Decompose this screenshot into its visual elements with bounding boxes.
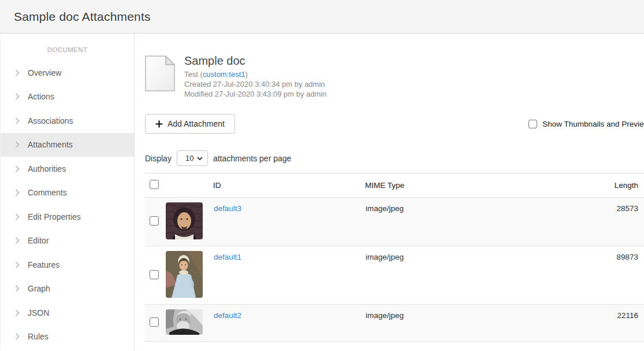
sidebar-item-overview[interactable]: Overview <box>1 61 134 85</box>
sidebar-item-actions[interactable]: Actions <box>1 85 134 109</box>
sidebar-item-authorities[interactable]: Authorities <box>1 157 134 181</box>
sidebar-item-features[interactable]: Features <box>1 253 134 277</box>
chevron-down-icon <box>197 157 203 160</box>
attachment-thumbnail[interactable] <box>166 309 203 335</box>
thumbnail-column-header <box>166 173 213 198</box>
chevron-right-icon <box>15 261 20 268</box>
layout: DOCUMENT Overview Actions Associations A… <box>0 34 644 350</box>
attachment-id-link[interactable]: default2 <box>214 311 241 320</box>
sidebar-item-label: Authorities <box>28 164 66 173</box>
sidebar-item-label: Rules <box>28 332 49 341</box>
document-modified-line: Modified 27-Jul-2020 3:43:09 pm by admin <box>184 89 326 99</box>
hemingway-portrait-image <box>166 309 203 335</box>
select-all-checkbox[interactable] <box>150 180 159 189</box>
mime-type-value: image/jpeg <box>365 246 569 305</box>
sidebar-item-associations[interactable]: Associations <box>1 109 134 133</box>
sidebar-item-label: Features <box>28 260 59 269</box>
mime-type-value: image/jpeg <box>365 198 569 246</box>
page-header: Sample doc Attachments <box>0 0 644 34</box>
chevron-right-icon <box>15 165 20 172</box>
id-column-header: ID <box>213 173 365 198</box>
page-title: Sample doc Attachments <box>14 10 151 24</box>
mime-type-value: image/jpeg <box>365 305 569 342</box>
document-type-line: Test (custom:test1) <box>184 69 326 79</box>
sidebar-item-attachments[interactable]: Attachments <box>1 133 134 157</box>
sidebar-item-label: Edit Properties <box>28 212 81 221</box>
chevron-right-icon <box>15 69 20 76</box>
page-size-select[interactable]: 10 <box>177 150 208 166</box>
page-size-bar: Display 10 attachments per page <box>145 150 644 166</box>
chevron-right-icon <box>15 333 20 340</box>
length-column-header: Length <box>569 173 644 198</box>
document-meta: Sample doc Test (custom:test1) Created 2… <box>184 54 326 99</box>
chevron-right-icon <box>15 285 20 292</box>
mime-type-column-header: MIME Type <box>365 173 569 198</box>
show-thumbnails-toggle[interactable]: Show Thumbnails and Previews <box>528 120 644 128</box>
sidebar-item-label: JSON <box>28 308 49 317</box>
plus-icon <box>155 120 163 128</box>
document-page-icon <box>145 56 175 91</box>
attachments-table-body: default3 image/jpeg 28573 default1 image… <box>145 198 644 342</box>
document-type-link[interactable]: custom:test1 <box>203 70 245 79</box>
sidebar-item-rules[interactable]: Rules <box>1 325 134 349</box>
length-value: 28573 <box>569 198 644 246</box>
table-row: default2 image/jpeg 22116 <box>145 305 644 342</box>
sidebar-item-label: Editor <box>28 236 49 245</box>
sidebar-item-label: Graph <box>28 284 50 293</box>
attachments-table: ID MIME Type Length default3 image/ <box>145 173 644 342</box>
sidebar-item-label: Associations <box>28 116 73 125</box>
table-row: default3 image/jpeg 28573 <box>145 198 644 246</box>
attachments-toolbar: Add Attachment Show Thumbnails and Previ… <box>145 114 644 134</box>
document-created-line: Created 27-Jul-2020 3:40:34 pm by admin <box>184 79 326 89</box>
chevron-right-icon <box>15 93 20 100</box>
document-type-suffix: ) <box>245 70 248 79</box>
sidebar-item-edit-properties[interactable]: Edit Properties <box>1 205 134 229</box>
sidebar-item-label: Attachments <box>28 140 73 149</box>
page-size-suffix-label: attachments per page <box>213 154 291 163</box>
table-header-row: ID MIME Type Length <box>145 173 644 198</box>
sidebar-item-comments[interactable]: Comments <box>1 181 134 205</box>
sidebar-item-label: Overview <box>28 68 61 77</box>
show-thumbnails-label: Show Thumbnails and Previews <box>542 120 644 128</box>
main-content: Sample doc Test (custom:test1) Created 2… <box>135 34 644 350</box>
length-value: 89873 <box>569 246 644 305</box>
sidebar-section-label: DOCUMENT <box>1 46 134 53</box>
page-size-value: 10 <box>185 154 193 162</box>
document-title: Sample doc <box>184 54 326 68</box>
row-checkbox[interactable] <box>150 270 159 279</box>
sidebar-item-label: Comments <box>28 188 67 197</box>
chevron-right-icon <box>15 189 20 196</box>
austen-portrait-image <box>166 251 203 298</box>
attachment-id-link[interactable]: default1 <box>214 253 241 261</box>
chevron-right-icon <box>15 117 20 124</box>
document-type-prefix: Test ( <box>184 70 203 79</box>
shakespeare-portrait-image <box>166 202 203 239</box>
chevron-right-icon <box>15 237 20 244</box>
row-checkbox[interactable] <box>150 317 159 327</box>
page-size-prefix-label: Display <box>145 154 172 163</box>
attachment-thumbnail[interactable] <box>166 251 203 298</box>
sidebar-item-label: Actions <box>28 92 54 101</box>
attachment-id-link[interactable]: default3 <box>214 204 241 213</box>
chevron-right-icon <box>15 309 20 316</box>
chevron-right-icon <box>15 213 20 220</box>
table-row: default1 image/jpeg 89873 <box>145 246 644 305</box>
sidebar-item-graph[interactable]: Graph <box>1 277 134 301</box>
length-value: 22116 <box>569 305 644 342</box>
attachment-thumbnail[interactable] <box>166 202 203 239</box>
sidebar-item-editor[interactable]: Editor <box>1 229 134 253</box>
row-checkbox[interactable] <box>150 216 159 226</box>
add-attachment-label: Add Attachment <box>167 119 225 128</box>
document-header: Sample doc Test (custom:test1) Created 2… <box>145 54 644 99</box>
sidebar-item-json[interactable]: JSON <box>1 301 134 325</box>
chevron-right-icon <box>15 141 20 148</box>
add-attachment-button[interactable]: Add Attachment <box>145 114 235 134</box>
show-thumbnails-checkbox[interactable] <box>528 120 537 128</box>
sidebar-nav: DOCUMENT Overview Actions Associations A… <box>0 34 135 350</box>
